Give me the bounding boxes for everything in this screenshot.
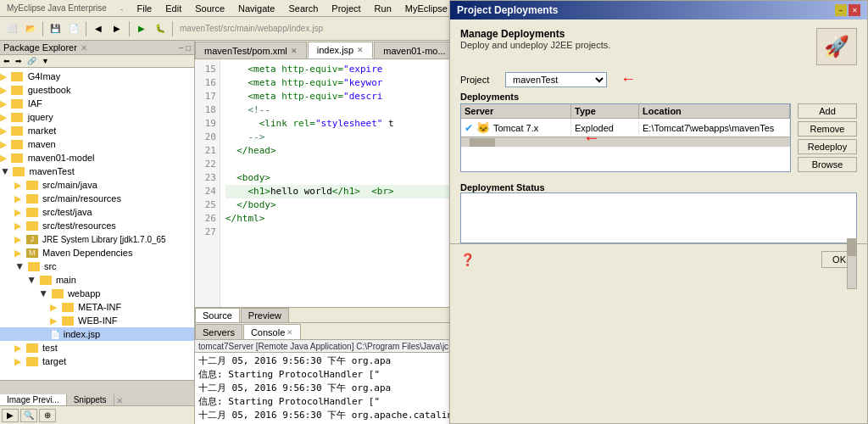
- tab-snippets[interactable]: Snippets: [67, 394, 114, 405]
- toolbar-path: mavenTest/src/main/webapp/index.jsp: [180, 24, 323, 33]
- toolbar-back-btn[interactable]: ◀: [90, 20, 107, 37]
- help-icon[interactable]: ❓: [460, 253, 475, 266]
- folder-icon: ▶: [14, 207, 21, 217]
- dialog-minimize-btn[interactable]: −: [835, 4, 847, 16]
- tree-item-index-jsp[interactable]: 📄 index.jsp: [0, 327, 194, 341]
- dialog-heading: Manage Deployments: [460, 28, 806, 40]
- tab-image-preview[interactable]: Image Previ...: [0, 394, 67, 405]
- tab-index-jsp[interactable]: index.jsp ✕: [308, 42, 373, 59]
- vscrollbar-thumb[interactable]: [848, 239, 856, 256]
- menu-separator: -: [114, 3, 131, 14]
- toolbar-new-btn[interactable]: ⬜: [3, 20, 20, 37]
- table-hscrollbar[interactable]: [461, 137, 790, 147]
- pe-link-btn[interactable]: 🔗: [25, 56, 39, 66]
- toolbar-sep2: [86, 21, 86, 36]
- tree-item-main[interactable]: ▼ main: [0, 273, 194, 287]
- add-button[interactable]: Add: [798, 103, 857, 119]
- hscrollbar-thumb[interactable]: [470, 138, 495, 147]
- menu-navigate[interactable]: Navigate: [231, 3, 281, 14]
- tree-item-market[interactable]: ▶ market: [0, 124, 194, 137]
- deploy-table-row[interactable]: ✔ 🐱 Tomcat 7.x Exploded E:\Tomcat7\webap…: [461, 119, 790, 137]
- project-dropdown[interactable]: mavenTest: [505, 72, 607, 87]
- menu-file[interactable]: File: [131, 3, 159, 14]
- tree-item-jquery[interactable]: ▶ jquery: [0, 110, 194, 124]
- toolbar-open-btn[interactable]: 📂: [22, 20, 39, 37]
- col-server: Server: [461, 104, 571, 118]
- tree-item-target[interactable]: ▶ target: [0, 354, 194, 368]
- bottom-icon-btn2[interactable]: 🔍: [20, 409, 37, 422]
- source-tab-preview[interactable]: Preview: [241, 308, 289, 322]
- tab-pom-xml[interactable]: mavenTest/pom.xml ✕: [195, 42, 307, 59]
- red-arrow-project: ←: [620, 70, 636, 88]
- folder-icon: ▶: [14, 356, 21, 366]
- tree-item-src-test-java[interactable]: ▶ src/test/java: [0, 205, 194, 219]
- folder-icon: ▶: [14, 248, 21, 258]
- pe-expand-btn[interactable]: ➡: [13, 56, 25, 66]
- tree-item-maven01-model[interactable]: ▶ maven01-model: [0, 151, 194, 165]
- folder-icon: ▶: [50, 302, 57, 312]
- folder-img-icon: [52, 289, 64, 298]
- redeploy-button[interactable]: Redeploy: [798, 139, 857, 154]
- deploy-action-buttons: Add Remove Redeploy Browse: [798, 103, 857, 172]
- menu-source[interactable]: Source: [188, 3, 231, 14]
- tree-item-web-inf[interactable]: ▶ WEB-INF: [0, 314, 194, 327]
- tomcat-icon: 🐱: [476, 121, 490, 134]
- minimize-panel-icon[interactable]: −: [179, 43, 184, 53]
- source-tab-source[interactable]: Source: [195, 308, 240, 322]
- tree-item-src-main-java[interactable]: ▶ src/main/java: [0, 178, 194, 192]
- folder-icon: ▶: [14, 234, 21, 244]
- menu-myeclipse[interactable]: MyEclipse: [398, 3, 454, 14]
- tree-item-src[interactable]: ▼ src: [0, 259, 194, 273]
- dialog-window-controls: − ✕: [835, 4, 860, 16]
- toolbar-save-btn[interactable]: 💾: [47, 20, 64, 37]
- tree-item-test[interactable]: ▶ test: [0, 341, 194, 354]
- dialog-title: Project Deployments: [457, 4, 558, 16]
- folder-icon: ▶: [0, 112, 7, 122]
- tree-item-src-test-res[interactable]: ▶ src/test/resources: [0, 219, 194, 232]
- folder-icon: ▶: [0, 153, 7, 163]
- tab-console[interactable]: Console ✕: [243, 324, 301, 339]
- tab-close-bottom[interactable]: ✕: [116, 396, 123, 405]
- col-type: Type: [571, 104, 639, 118]
- tree-item-maven[interactable]: ▶ maven: [0, 137, 194, 151]
- folder-img-icon: [28, 262, 40, 271]
- tab-servers[interactable]: Servers: [195, 324, 242, 339]
- server-name: Tomcat 7.x: [493, 123, 538, 133]
- remove-button[interactable]: Remove: [798, 121, 857, 137]
- toolbar-save-all-btn[interactable]: 📄: [65, 20, 82, 37]
- toolbar-fwd-btn[interactable]: ▶: [108, 20, 125, 37]
- menu-project[interactable]: Project: [325, 3, 367, 14]
- folder-icon: ▶: [0, 126, 7, 136]
- tree-item-g4imay[interactable]: ▶ G4Imay: [0, 70, 194, 83]
- bottom-icon-btn1[interactable]: ▶: [2, 409, 19, 422]
- folder-icon: ▶: [14, 180, 21, 190]
- bottom-icon-btn3[interactable]: ⊕: [39, 409, 56, 422]
- tab-close-icon[interactable]: ✕: [291, 47, 298, 55]
- tree-item-src-main-res[interactable]: ▶ src/main/resources: [0, 192, 194, 205]
- deployment-status-section: Deployment Status: [450, 176, 867, 243]
- menu-run[interactable]: Run: [368, 3, 398, 14]
- deploy-section: Server Type Location ✔ 🐱 Tomcat 7.x E: [460, 103, 857, 172]
- tree-item-jre[interactable]: ▶ J JRE System Library [jdk1.7.0_65: [0, 232, 194, 246]
- folder-img-icon: [13, 167, 25, 176]
- tree-item-iaf[interactable]: ▶ IAF: [0, 97, 194, 110]
- tree-item-guestbook[interactable]: ▶ guestbook: [0, 83, 194, 97]
- menu-edit[interactable]: Edit: [159, 3, 188, 14]
- pe-menu-btn[interactable]: ▼: [39, 56, 52, 66]
- status-vscrollbar[interactable]: [847, 238, 857, 289]
- tree-item-meta-inf[interactable]: ▶ META-INF: [0, 300, 194, 314]
- browse-button[interactable]: Browse: [798, 157, 857, 172]
- maximize-panel-icon[interactable]: □: [186, 43, 191, 53]
- tree-item-maventest[interactable]: ▼ mavenTest: [0, 165, 194, 178]
- pe-collapse-btn[interactable]: ⬅: [1, 56, 13, 66]
- toolbar-debug-btn[interactable]: 🐛: [152, 20, 169, 37]
- dialog-close-btn[interactable]: ✕: [849, 4, 860, 16]
- toolbar-sep1: [42, 21, 43, 36]
- tree-item-webapp[interactable]: ▼ webapp: [0, 287, 194, 300]
- tree-item-maven-deps[interactable]: ▶ M Maven Dependencies: [0, 246, 194, 259]
- toolbar-run-btn[interactable]: ▶: [133, 20, 150, 37]
- tab-close-icon[interactable]: ✕: [357, 46, 364, 54]
- menu-search[interactable]: Search: [281, 3, 325, 14]
- lib-icon: J: [26, 235, 38, 244]
- console-tab-close[interactable]: ✕: [287, 328, 293, 337]
